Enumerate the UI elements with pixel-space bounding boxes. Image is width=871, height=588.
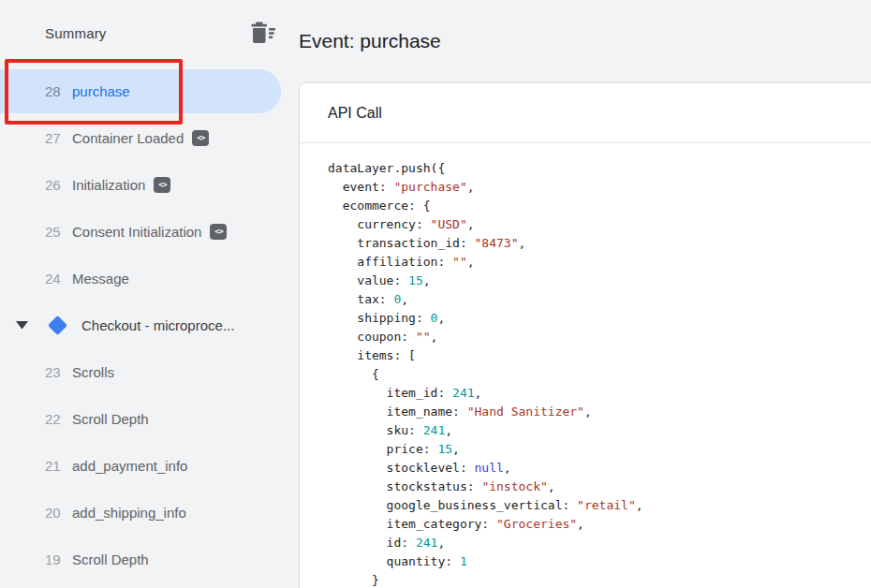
card-title: API Call bbox=[328, 105, 382, 121]
event-row-consent-initialization[interactable]: 25Consent Initialization<> bbox=[0, 208, 290, 255]
event-label: Consent Initialization bbox=[72, 224, 201, 240]
code-line: affiliation: "", bbox=[328, 253, 861, 272]
event-label: purchase bbox=[72, 83, 130, 99]
code-badge-icon: <> bbox=[154, 177, 170, 193]
event-number: 27 bbox=[45, 130, 66, 146]
code-line: id: 241, bbox=[328, 534, 861, 552]
code-badge-icon: <> bbox=[192, 130, 209, 146]
event-number: 21 bbox=[45, 458, 66, 474]
sidebar-header: Summary bbox=[0, 17, 290, 49]
event-label: Message bbox=[72, 271, 129, 287]
event-row-scroll-depth[interactable]: 19Scroll Depth bbox=[0, 536, 290, 582]
event-list: 28purchase27Container Loaded<>26Initiali… bbox=[0, 67, 290, 582]
tag-diamond-icon bbox=[48, 315, 67, 334]
code-line: item_name: "Hand Sanitizer", bbox=[328, 403, 861, 421]
code-line: shipping: 0, bbox=[328, 309, 861, 328]
event-sidebar: Summary 28purchase27C bbox=[0, 0, 290, 588]
code-line: stockstatus: "instock", bbox=[328, 478, 861, 496]
api-call-card: API Call dataLayer.push({ event: "purcha… bbox=[299, 82, 871, 588]
event-number: 20 bbox=[45, 505, 66, 521]
main-panel: Event: purchase API Call dataLayer.push(… bbox=[290, 0, 871, 588]
event-label: Checkout - microproce... bbox=[81, 317, 234, 333]
event-number: 19 bbox=[45, 551, 66, 567]
sidebar-title: Summary bbox=[45, 25, 107, 41]
code-line: currency: "USD", bbox=[328, 215, 861, 234]
event-row-scrolls[interactable]: 23Scrolls bbox=[0, 348, 290, 395]
event-number: 22 bbox=[45, 411, 66, 427]
code-line: items: [ bbox=[328, 346, 861, 365]
event-row-message[interactable]: 24Message bbox=[0, 255, 290, 301]
event-row-purchase[interactable]: 28purchase bbox=[0, 69, 281, 113]
event-number: 24 bbox=[45, 271, 66, 287]
event-number: 28 bbox=[45, 83, 66, 99]
code-line: price: 15, bbox=[328, 440, 861, 459]
event-number: 23 bbox=[45, 364, 66, 380]
event-label: Scrolls bbox=[72, 364, 114, 380]
code-line: ecommerce: { bbox=[328, 197, 861, 215]
event-row-initialization[interactable]: 26Initialization<> bbox=[0, 161, 290, 208]
code-badge-icon: <> bbox=[210, 224, 227, 240]
code-line: item_category: "Groceries", bbox=[328, 515, 861, 534]
event-number: 25 bbox=[45, 224, 66, 240]
event-group-row-checkout-microproce[interactable]: Checkout - microproce... bbox=[0, 301, 290, 348]
code-line: value: 15, bbox=[328, 272, 861, 290]
code-line: item_id: 241, bbox=[328, 384, 861, 403]
event-label: add_shipping_info bbox=[72, 505, 186, 521]
gtm-preview-app: Summary 28purchase27C bbox=[0, 0, 871, 588]
code-line: dataLayer.push({ bbox=[328, 159, 861, 178]
event-number: 26 bbox=[45, 177, 66, 193]
event-row-add-shipping-info[interactable]: 20add_shipping_info bbox=[0, 489, 290, 536]
event-label: Scroll Depth bbox=[72, 411, 149, 427]
datalayer-code: dataLayer.push({ event: "purchase", ecom… bbox=[300, 143, 871, 588]
event-row-scroll-depth[interactable]: 22Scroll Depth bbox=[0, 395, 290, 442]
code-line: coupon: "", bbox=[328, 328, 861, 346]
code-line: stocklevel: null, bbox=[328, 459, 861, 478]
code-line: } bbox=[328, 571, 861, 588]
code-line: { bbox=[328, 365, 861, 384]
code-line: quantity: 1 bbox=[328, 552, 861, 571]
code-line: sku: 241, bbox=[328, 421, 861, 440]
code-line: tax: 0, bbox=[328, 290, 861, 309]
collapse-arrow-icon[interactable] bbox=[16, 321, 28, 329]
clear-events-button[interactable] bbox=[249, 21, 275, 45]
card-header: API Call bbox=[300, 83, 871, 143]
code-line: event: "purchase", bbox=[328, 178, 861, 197]
event-label: Container Loaded bbox=[72, 130, 184, 146]
event-label: Scroll Depth bbox=[72, 551, 149, 567]
event-label: add_payment_info bbox=[72, 458, 187, 474]
code-line: transaction_id: "8473", bbox=[328, 234, 861, 253]
event-row-container-loaded[interactable]: 27Container Loaded<> bbox=[0, 114, 290, 161]
event-row-add-payment-info[interactable]: 21add_payment_info bbox=[0, 442, 290, 489]
trash-icon bbox=[249, 22, 275, 44]
event-label: Initialization bbox=[72, 177, 145, 193]
page-title: Event: purchase bbox=[299, 28, 871, 54]
code-line: google_business_vertical: "retail", bbox=[328, 496, 861, 515]
